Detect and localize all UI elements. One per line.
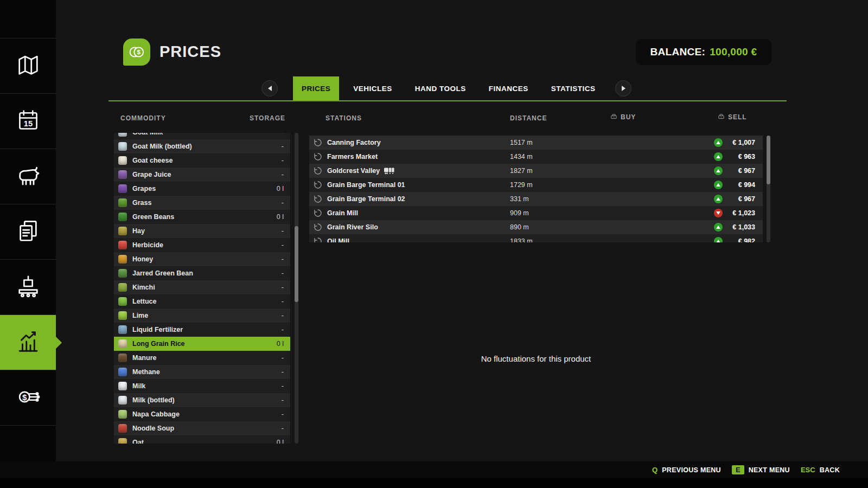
commodity-name: Grape Juice <box>132 171 171 178</box>
sidebar-item-contracts[interactable] <box>0 204 56 259</box>
station-row[interactable]: Grain River Silo890 m€ 1,033 <box>309 220 763 234</box>
commodity-name: Manure <box>132 354 156 362</box>
commodity-row[interactable]: Grass- <box>114 196 290 210</box>
key-esc: ESC <box>801 466 815 474</box>
commodity-name: Methane <box>132 368 160 376</box>
commodity-name: Green Beans <box>132 213 174 221</box>
commodity-row[interactable]: Lettuce- <box>114 294 290 309</box>
commodity-row[interactable]: Green Beans0 l <box>114 210 290 224</box>
commodity-row[interactable]: Lime- <box>114 309 290 323</box>
commodity-row[interactable]: Goat Milk- <box>114 133 290 139</box>
footer-bar: QPREVIOUS MENUENEXT MENUESCBACK <box>0 461 868 478</box>
commodity-storage: - <box>282 298 284 305</box>
station-row[interactable]: Grain Mill909 m€ 1,023 <box>309 206 763 220</box>
commodity-row[interactable]: Noodle Soup- <box>114 421 290 435</box>
commodity-row[interactable]: Long Grain Rice0 l <box>114 337 290 351</box>
page-title: PRICES <box>159 43 221 61</box>
column-header-stations: STATIONS <box>326 114 362 122</box>
tab-hand-tools[interactable]: HAND TOOLS <box>406 76 475 100</box>
sidebar-item-finances[interactable]: $ <box>0 370 56 425</box>
station-row[interactable]: Oil Mill1833 m€ 982 <box>309 234 763 242</box>
commodity-row[interactable]: Goat cheese- <box>114 153 290 168</box>
sell-point-icon <box>314 237 322 242</box>
commodity-row[interactable]: Methane- <box>114 365 290 379</box>
commodity-storage: 0 l <box>277 340 284 348</box>
commodity-row[interactable]: Oat0 l <box>114 435 290 444</box>
commodity-list: Goat Milk-Goat Milk (bottled)-Goat chees… <box>114 133 290 444</box>
station-name: Grain River Silo <box>327 223 378 231</box>
sell-price-cell: € 967 <box>714 195 755 203</box>
commodity-row[interactable]: Grapes0 l <box>114 182 290 196</box>
station-distance: 1827 m <box>510 167 533 175</box>
tab-vehicles[interactable]: VEHICLES <box>344 76 401 100</box>
arrow-up-glyph <box>716 141 720 144</box>
station-row[interactable]: Canning Factory1517 m€ 1,007 <box>309 136 763 150</box>
tab-statistics[interactable]: STATISTICS <box>542 76 604 100</box>
commodity-storage: 0 l <box>277 185 284 192</box>
tab-finances[interactable]: FINANCES <box>480 76 537 100</box>
commodity-row[interactable]: Grape Juice- <box>114 168 290 182</box>
station-row[interactable]: Goldcrest Valley1827 m€ 967 <box>309 164 763 178</box>
station-row[interactable]: Grain Barge Terminal 011729 m€ 994 <box>309 178 763 192</box>
scrollbar-thumb[interactable] <box>767 136 770 184</box>
station-row[interactable]: Farmers Market1434 m€ 963 <box>309 150 763 164</box>
hint-next-menu[interactable]: ENEXT MENU <box>732 465 790 474</box>
sidebar-divider <box>0 425 56 426</box>
commodity-scrollbar[interactable] <box>295 133 298 444</box>
commodity-row[interactable]: Jarred Green Bean- <box>114 266 290 280</box>
station-name: Grain Barge Terminal 01 <box>327 181 405 189</box>
sidebar-item-prices[interactable] <box>0 314 56 370</box>
green-beans-icon <box>118 213 127 221</box>
animals-icon <box>15 163 41 191</box>
commodity-row[interactable]: Napa Cabbage- <box>114 407 290 421</box>
sell-price-cell: € 1,033 <box>714 223 755 232</box>
sidebar-item-production[interactable] <box>0 259 56 314</box>
commodity-storage: - <box>282 410 284 418</box>
commodity-storage: - <box>282 255 284 263</box>
commodity-name: Goat Milk <box>132 133 163 136</box>
commodity-name: Milk <box>132 382 145 390</box>
station-name: Grain Mill <box>327 209 358 217</box>
commodity-storage: - <box>282 368 284 376</box>
commodity-storage: - <box>282 425 284 432</box>
commodity-name: Goat cheese <box>132 157 173 164</box>
sell-point-icon <box>314 181 322 189</box>
station-distance: 909 m <box>510 209 529 217</box>
arrow-up-glyph <box>716 183 720 187</box>
scrollbar-thumb[interactable] <box>295 226 298 302</box>
hint-previous-menu[interactable]: QPREVIOUS MENU <box>652 466 721 474</box>
sidebar-item-map[interactable] <box>0 38 56 93</box>
sidebar-item-animals[interactable] <box>0 149 56 204</box>
arrow-up-glyph <box>716 197 720 201</box>
commodity-row[interactable]: Goat Milk (bottled)- <box>114 139 290 153</box>
station-sell-price: € 1,033 <box>727 223 755 231</box>
train-icon <box>384 168 394 175</box>
commodity-name: Noodle Soup <box>132 425 174 432</box>
tabs-prev-button[interactable] <box>261 80 278 97</box>
hint-back[interactable]: ESCBACK <box>801 466 840 474</box>
arrow-down-glyph <box>716 211 720 215</box>
commodity-row[interactable]: Herbicide- <box>114 238 290 252</box>
trend-up-icon <box>714 195 723 203</box>
commodity-row[interactable]: Kimchi- <box>114 280 290 294</box>
commodity-row[interactable]: Honey- <box>114 252 290 266</box>
commodity-row[interactable]: Milk- <box>114 379 290 393</box>
station-sell-price: € 967 <box>727 167 755 175</box>
hint-label: PREVIOUS MENU <box>662 466 721 474</box>
commodity-row[interactable]: Liquid Fertilizer- <box>114 323 290 337</box>
balance-value: 100,000 € <box>710 46 757 58</box>
trend-up-icon <box>714 181 723 189</box>
commodity-row[interactable]: Milk (bottled)- <box>114 393 290 407</box>
trend-up-icon <box>714 166 723 175</box>
commodity-row[interactable]: Manure- <box>114 351 290 365</box>
commodity-row[interactable]: Hay- <box>114 224 290 238</box>
oat-icon <box>118 438 127 444</box>
sell-point-icon <box>314 195 322 203</box>
commodity-name: Liquid Fertilizer <box>132 326 183 333</box>
sidebar-item-calendar[interactable]: 15 <box>0 93 56 149</box>
station-scrollbar[interactable] <box>767 136 770 242</box>
tab-prices[interactable]: PRICES <box>293 76 339 100</box>
sell-point-icon <box>314 166 322 175</box>
station-row[interactable]: Grain Barge Terminal 02331 m€ 967 <box>309 192 763 206</box>
tabs-next-button[interactable] <box>615 80 631 97</box>
